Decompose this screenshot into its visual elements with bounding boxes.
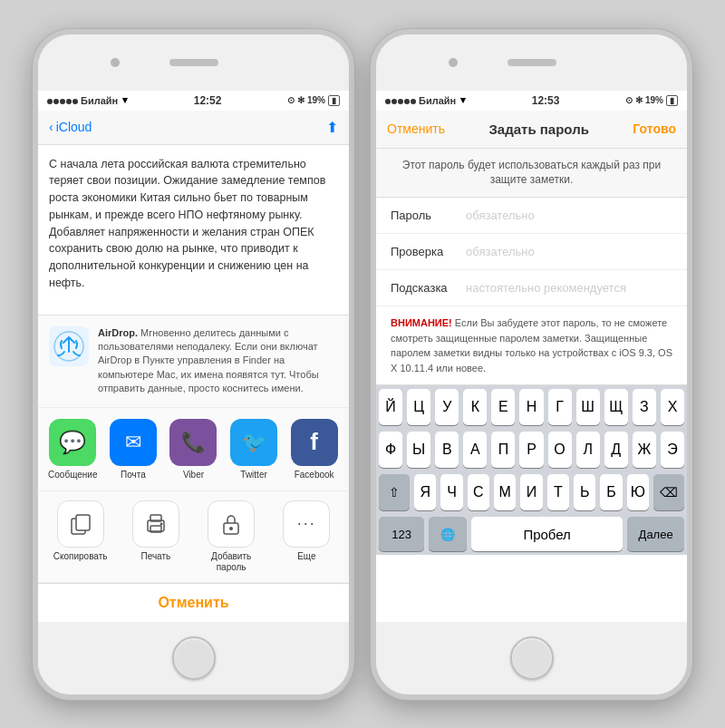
key-е[interactable]: Е [491,389,515,425]
airdrop-text: AirDrop. Мгновенно делитесь данными с по… [98,326,338,396]
key-д[interactable]: Д [604,432,628,468]
camera-2 [449,58,458,67]
home-button-1[interactable] [172,636,216,680]
nav-bar-1: ‹ iCloud ⬆ [38,111,349,145]
key-к[interactable]: К [463,389,487,425]
key-с[interactable]: С [468,474,489,510]
time-1: 12:52 [194,94,222,107]
key-numbers[interactable]: 123 [379,517,424,551]
home-button-2[interactable] [510,636,554,680]
key-н[interactable]: Н [519,389,543,425]
bluetooth-icon-2: ✻ [635,95,643,105]
phone-2-screen: Билайн ▾ 12:53 ⊙ ✻ 19% ▮ Отменить Задать… [376,91,687,622]
key-р[interactable]: Р [519,432,543,468]
phone-1-top [38,34,349,91]
back-label-1: iCloud [56,120,92,134]
action-more[interactable]: ··· Еще [272,500,342,573]
copy-icon [57,500,104,548]
key-м[interactable]: М [494,474,516,510]
svg-point-8 [229,527,233,530]
dialog-description: Этот пароль будет использоваться каждый … [376,149,687,199]
phone-2-bottom [376,622,687,694]
key-й[interactable]: Й [379,389,402,425]
app-mail[interactable]: ✉ Почта [106,419,161,480]
keyboard-row-1: Й Ц У К Е Н Г Ш Щ З Х [379,389,684,425]
alarm-icon-1: ⊙ [287,95,295,105]
key-ы[interactable]: Ы [407,432,430,468]
status-right-1: ⊙ ✻ 19% ▮ [287,95,340,106]
key-х[interactable]: Х [661,389,684,425]
app-messages[interactable]: 💬 Сообщение [45,419,101,480]
phone-1-screen: Билайн ▾ 12:52 ⊙ ✻ 19% ▮ ‹ iCloud [38,91,349,622]
alarm-icon-2: ⊙ [625,95,633,105]
action-add-password[interactable]: Добавить пароль [197,500,266,573]
more-label: Еще [297,551,315,562]
add-password-label: Добавить пароль [197,551,266,573]
dialog-done-button[interactable]: Готово [633,121,676,136]
print-icon [132,500,179,548]
wifi-icon-1: ▾ [122,94,128,106]
key-delete[interactable]: ⌫ [653,474,684,510]
key-ю[interactable]: Ю [627,474,649,510]
key-я[interactable]: Я [414,474,436,510]
app-viber[interactable]: 📞 Viber [166,419,221,480]
signal-dots-1 [47,95,79,106]
phone-1: Билайн ▾ 12:52 ⊙ ✻ 19% ▮ ‹ iCloud [33,29,354,700]
speaker-1 [169,59,218,66]
warning-box: ВНИМАНИЕ! Если Вы забудете этот пароль, … [376,306,687,385]
messages-icon: 💬 [49,419,96,466]
key-б[interactable]: Б [600,474,622,510]
key-щ[interactable]: Щ [604,389,628,425]
key-п[interactable]: П [491,432,515,468]
bluetooth-icon-1: ✻ [297,95,304,105]
key-л[interactable]: Л [576,432,600,468]
hint-row: Подсказка настоятельно рекомендуется [376,270,687,306]
key-globe[interactable]: 🌐 [429,517,467,551]
twitter-icon: 🐦 [230,419,277,466]
apps-row: 💬 Сообщение ✉ Почта 📞 Vib [38,408,349,491]
back-button-1[interactable]: ‹ iCloud [49,120,92,134]
action-copy[interactable]: Скопировать [45,500,115,573]
key-ф[interactable]: Ф [379,432,402,468]
app-twitter[interactable]: 🐦 Twitter [227,419,282,480]
password-input[interactable]: обязательно [459,209,672,222]
key-т[interactable]: Т [547,474,569,510]
facebook-label: Facebook [295,470,334,480]
key-а[interactable]: А [463,432,487,468]
dialog-header: Отменить Задать пароль Готово [376,111,687,149]
hint-input[interactable]: настоятельно рекомендуется [459,281,672,295]
key-в[interactable]: В [435,432,459,468]
verify-input[interactable]: обязательно [459,245,672,258]
key-о[interactable]: О [548,432,572,468]
action-print[interactable]: Печать [121,500,190,573]
key-и[interactable]: И [520,474,542,510]
svg-point-6 [160,522,162,525]
share-sheet: AirDrop. Мгновенно делитесь данными с по… [38,315,349,622]
key-з[interactable]: З [633,389,656,425]
phone-1-bottom [38,622,349,694]
lock-icon [208,500,255,548]
camera-1 [111,58,120,67]
key-shift[interactable]: ⇧ [379,474,410,510]
carrier-2: Билайн [419,95,456,106]
copy-label: Скопировать [53,551,108,562]
dialog-cancel-button[interactable]: Отменить [387,121,445,136]
cancel-button-1[interactable]: Отменить [38,583,349,622]
key-г[interactable]: Г [548,389,572,425]
note-content: С начала лета российская валюта стремите… [38,145,349,326]
key-ш[interactable]: Ш [576,389,600,425]
password-label: Пароль [391,209,459,222]
share-button-1[interactable]: ⬆ [326,119,338,136]
key-ж[interactable]: Ж [633,432,656,468]
key-э[interactable]: Э [661,432,684,468]
key-у[interactable]: У [435,389,459,425]
key-ь[interactable]: Ь [574,474,595,510]
app-facebook[interactable]: f Facebook [286,419,342,480]
battery-icon-1: ▮ [328,95,340,106]
key-next[interactable]: Далее [627,517,684,551]
key-space[interactable]: Пробел [471,517,623,551]
share-icon-1: ⬆ [326,120,338,135]
status-bar-1: Билайн ▾ 12:52 ⊙ ✻ 19% ▮ [38,91,349,111]
key-ц[interactable]: Ц [407,389,430,425]
key-ч[interactable]: Ч [440,474,462,510]
